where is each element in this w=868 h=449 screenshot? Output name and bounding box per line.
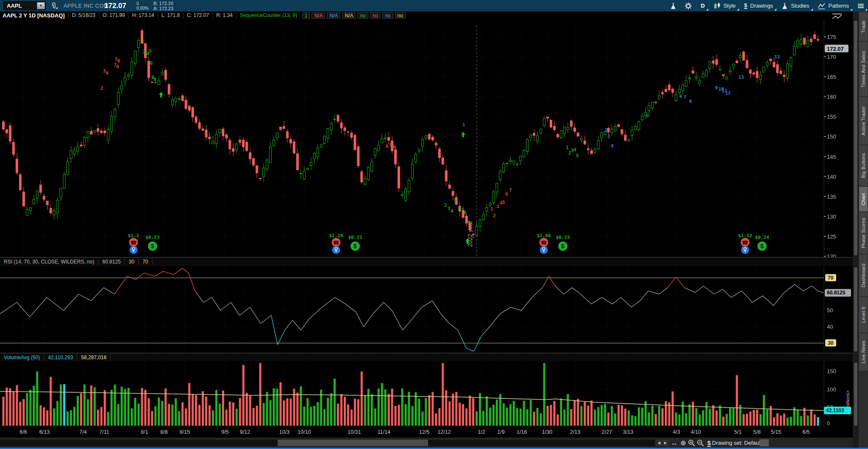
zoom-out-icon[interactable]: [697, 438, 705, 447]
svg-text:11/14: 11/14: [378, 429, 390, 435]
svg-text:12/12: 12/12: [437, 429, 451, 435]
study-label[interactable]: SequenceCounter (13, 9): [236, 12, 300, 19]
study-signal-cell: 1: [302, 12, 310, 19]
chart-settings-button[interactable]: [681, 0, 696, 11]
toolbar-menu-button[interactable]: [854, 0, 868, 11]
svg-text:4: 4: [451, 208, 453, 214]
sidebar-tab-active-trader[interactable]: Active Trader: [859, 97, 868, 144]
svg-text:5: 5: [454, 198, 457, 203]
svg-text:1: 1: [490, 206, 493, 212]
scroll-left-button[interactable]: ◀: [656, 440, 662, 446]
ohlc-fields: D: 5/16/23O: 171.99H: 173.14L: 171.8C: 1…: [68, 12, 236, 19]
svg-text:5/15: 5/15: [771, 429, 781, 435]
svg-text:140: 140: [827, 174, 836, 180]
sidebar-tab-dashboard[interactable]: Dashboard: [859, 255, 868, 296]
studies-button[interactable]: Studies: [777, 0, 813, 11]
svg-text:12/5: 12/5: [419, 429, 429, 435]
volume-panel[interactable]: 15010050042.1103<millions>: [0, 361, 853, 427]
symbol-input[interactable]: AAPL ▼: [3, 1, 46, 10]
quick-study-button[interactable]: [666, 0, 681, 11]
svg-text:175: 175: [827, 34, 836, 40]
svg-text:$: $: [151, 243, 154, 249]
svg-text:$1.88: $1.88: [537, 233, 551, 238]
fit-width-icon[interactable]: ↔: [670, 438, 679, 447]
flask-icon: [782, 3, 788, 9]
svg-text:4/3: 4/3: [673, 429, 680, 435]
svg-text:100: 100: [827, 386, 836, 393]
svg-text:10/10: 10/10: [298, 429, 311, 435]
resize-grip[interactable]: [760, 439, 769, 446]
zoom-in-icon[interactable]: [688, 438, 696, 447]
sidebar-tab-chart[interactable]: Chart: [859, 187, 868, 211]
bid-ask-block: B: 172.20 A: 172.23: [153, 1, 173, 11]
svg-text:6: 6: [150, 61, 153, 66]
volume-bars: [3, 363, 819, 426]
sidebar-tab-live-news[interactable]: Live News: [859, 333, 868, 371]
crosshair-target-icon[interactable]: ⊕: [679, 438, 687, 447]
ask-value: A: 172.23: [153, 6, 173, 11]
svg-text:5: 5: [502, 200, 505, 205]
sidebar-tab-level-ii[interactable]: Level II: [859, 297, 868, 333]
patterns-button[interactable]: Patterns: [814, 0, 853, 11]
company-name: APPLE INC COM: [64, 0, 108, 11]
svg-text:$0.23: $0.23: [556, 235, 570, 240]
svg-text:$: $: [561, 243, 565, 249]
drawing-set-selector[interactable]: Drawing set: Default: [712, 438, 767, 448]
rsi-low-level: 30: [125, 258, 139, 265]
svg-text:4/10: 4/10: [691, 429, 701, 435]
link-paperclip-icon[interactable]: [49, 2, 58, 10]
symbol-value[interactable]: AAPL: [4, 3, 37, 9]
volume-avg-label[interactable]: VolumeAvg (50): [0, 354, 44, 361]
ohlc-field: D: 5/16/23: [68, 12, 99, 19]
svg-text:145: 145: [827, 154, 836, 160]
svg-text:9: 9: [715, 85, 718, 91]
svg-text:4: 4: [573, 147, 576, 152]
horizontal-scrollbar[interactable]: [0, 440, 655, 446]
style-button[interactable]: Style: [709, 0, 740, 11]
sidebar-tab-big-buttons[interactable]: Big Buttons: [859, 145, 868, 186]
svg-text:8: 8: [689, 99, 692, 104]
rsi-header: RSI (14, 70, 30, CLOSE, WILDERS, no) 60.…: [0, 257, 853, 266]
svg-text:7/4: 7/4: [79, 429, 86, 435]
svg-text:8/1: 8/1: [141, 429, 148, 435]
scrollbar-thumb[interactable]: [278, 440, 428, 446]
gear-icon: [685, 3, 692, 9]
flask-icon: [670, 3, 676, 9]
svg-text:6/13: 6/13: [39, 429, 50, 435]
drawings-button[interactable]: $ Drawings: [740, 0, 777, 11]
vertical-scrollbar-strip[interactable]: [853, 11, 859, 449]
svg-text:3: 3: [448, 206, 451, 211]
last-price-badge: 172.07: [827, 46, 844, 52]
svg-text:1/9: 1/9: [497, 429, 504, 435]
svg-text:1: 1: [142, 39, 145, 44]
svg-text:6: 6: [386, 144, 389, 149]
thinkorswim-chart-window: AAPL ▼ APPLE INC COM 172.07 0 0.00% B: 1…: [0, 0, 868, 449]
price-panel[interactable]: 2022 year2345678123456896892345678912345…: [0, 19, 853, 257]
time-axis[interactable]: 6/66/137/47/118/18/88/159/59/1210/310/10…: [0, 427, 853, 437]
buy-signal-arrow: [461, 132, 465, 137]
svg-text:6/5: 6/5: [802, 429, 810, 435]
volume-avg-badge: 42.1103: [826, 407, 844, 413]
rsi-value-badge: 60.8125: [827, 290, 846, 296]
ohlc-field: C: 172.07: [183, 12, 212, 19]
svg-text:5/1: 5/1: [734, 429, 741, 435]
last-price: 172.07: [104, 0, 126, 11]
sidebar-tab-times-and-sales[interactable]: Times And Sales: [859, 42, 868, 96]
svg-text:1: 1: [462, 122, 465, 127]
svg-text:$0.23: $0.23: [145, 235, 159, 240]
svg-text:130: 130: [827, 213, 836, 220]
rsi-panel[interactable]: 7030504060.8125: [0, 266, 853, 353]
sidebar-tab-phase-scores[interactable]: Phase Scores: [859, 212, 868, 254]
aggregation-button[interactable]: D: [696, 0, 709, 11]
drawings-dollar-icon: $: [744, 3, 747, 9]
volume-units-label: <millions>: [845, 390, 850, 411]
svg-text:$1.29: $1.29: [329, 233, 343, 238]
scroll-right-button[interactable]: ▶: [662, 440, 668, 446]
svg-text:2: 2: [605, 127, 608, 133]
sidebar-tab-trade[interactable]: Trade: [859, 12, 868, 41]
candlestick-icon: [714, 3, 721, 9]
buy-signal-arrow: [159, 92, 163, 97]
symbol-dropdown-button[interactable]: ▼: [37, 2, 45, 9]
svg-text:☎: ☎: [333, 240, 339, 246]
rsi-label[interactable]: RSI (14, 70, 30, CLOSE, WILDERS, no): [0, 258, 98, 265]
